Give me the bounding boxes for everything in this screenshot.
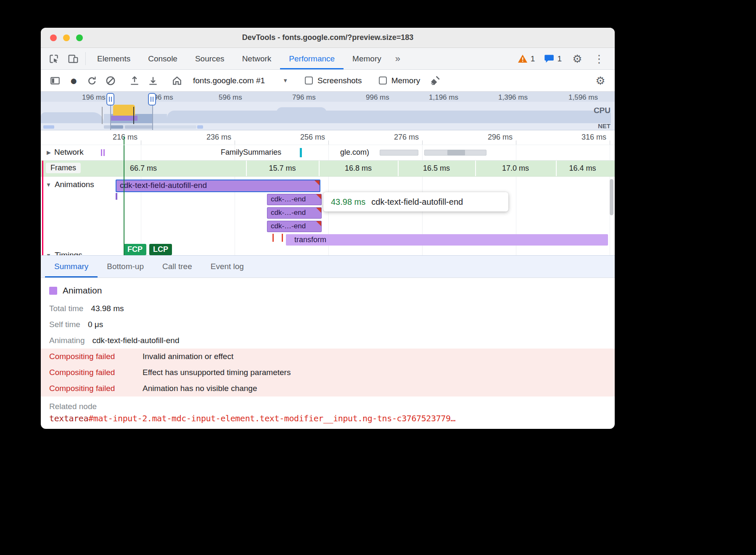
- memory-checkbox[interactable]: [379, 77, 387, 85]
- network-request-label[interactable]: FamilySummaries: [221, 148, 281, 157]
- ruler-tick-label: 256 ms: [278, 133, 325, 142]
- tab-network[interactable]: Network: [233, 48, 280, 69]
- animations-track-toggle[interactable]: ▼ Animations: [46, 180, 94, 189]
- network-request-bar[interactable]: [380, 150, 418, 156]
- performance-toolbar: ● fonts.google.com #1 ▼ Screenshots Memo…: [41, 70, 615, 92]
- tab-memory[interactable]: Memory: [344, 48, 390, 69]
- summary-row: Animating cdk-text-field-autofill-end: [49, 333, 615, 349]
- animation-event[interactable]: cdk-…-end: [267, 221, 322, 232]
- fullscreen-button[interactable]: [76, 34, 83, 41]
- event-type-title: Animation: [63, 285, 102, 296]
- animation-event-tick: [116, 193, 117, 200]
- trace-marker-line: [133, 107, 134, 124]
- frame-duration[interactable]: 16.8 ms: [319, 164, 398, 173]
- divider: [85, 52, 86, 65]
- animation-transform-event[interactable]: transform: [286, 234, 608, 246]
- animation-event-selected[interactable]: cdk-text-field-autofill-end: [116, 180, 320, 192]
- device-toolbar-icon[interactable]: [63, 48, 83, 69]
- capture-settings-gear-icon[interactable]: ⚙: [591, 72, 610, 90]
- compositing-warning-row: Compositing failed Effect has unsupporte…: [41, 365, 615, 381]
- animation-color-swatch: [49, 287, 57, 295]
- timings-track-toggle[interactable]: ▼ Timings: [46, 251, 82, 255]
- tab-elements[interactable]: Elements: [88, 48, 139, 69]
- tab-bottom-up[interactable]: Bottom-up: [98, 256, 153, 278]
- compositing-warning-row: Compositing failed Animation has no visi…: [41, 381, 615, 396]
- summary-row: Self time 0 μs: [49, 317, 615, 333]
- tab-sources[interactable]: Sources: [186, 48, 233, 69]
- network-track-label: Network: [54, 148, 84, 157]
- tab-summary[interactable]: Summary: [45, 256, 98, 278]
- issues-count: 1: [557, 54, 562, 63]
- frame-duration[interactable]: 17.0 ms: [475, 164, 556, 173]
- warning-count: 1: [531, 54, 535, 63]
- warning-text: Effect has unsupported timing parameters: [143, 368, 291, 377]
- more-tabs-chevron-icon[interactable]: »: [390, 48, 405, 69]
- network-request-label[interactable]: gle.com): [340, 148, 369, 157]
- warning-text: Animation has no visible change: [143, 384, 257, 393]
- ruler-tick-label: 316 ms: [559, 133, 606, 142]
- close-button[interactable]: [50, 34, 57, 41]
- tab-call-tree[interactable]: Call tree: [153, 256, 201, 278]
- fcp-marker-line: [124, 136, 124, 145]
- clear-recording-icon[interactable]: [101, 72, 120, 90]
- frame-duration[interactable]: 16.5 ms: [398, 164, 475, 173]
- summary-row-value: 0 μs: [88, 320, 103, 329]
- settings-gear-icon[interactable]: ⚙: [568, 53, 587, 64]
- animations-track-label: Animations: [55, 180, 94, 189]
- warning-label: Compositing failed: [49, 368, 143, 377]
- overview-time-label: 1,196 ms: [429, 93, 458, 102]
- tab-performance[interactable]: Performance: [280, 48, 344, 69]
- inspect-element-icon[interactable]: [44, 48, 63, 69]
- expand-triangle-icon: ▶: [47, 149, 51, 156]
- collect-garbage-icon[interactable]: [426, 72, 444, 90]
- animation-event[interactable]: cdk-…-end: [267, 194, 322, 205]
- timings-track-label: Timings: [55, 251, 82, 255]
- overview-time-label: 196 ms: [82, 93, 106, 102]
- net-axis-label: NET: [598, 122, 611, 130]
- lcp-badge[interactable]: LCP: [149, 244, 172, 255]
- tab-console[interactable]: Console: [139, 48, 186, 69]
- selection-right-handle[interactable]: [148, 93, 156, 106]
- toggle-sidebar-icon[interactable]: [46, 72, 64, 90]
- fcp-marker-line: [124, 145, 124, 255]
- network-track-toggle[interactable]: ▶ Network: [47, 148, 84, 157]
- profile-select[interactable]: fonts.google.com #1 ▼: [193, 76, 288, 85]
- tab-event-log[interactable]: Event log: [201, 256, 253, 278]
- event-legend: Animation: [49, 285, 615, 296]
- ruler-tick-label: 216 ms: [90, 133, 137, 142]
- overview-dim-left: [41, 102, 111, 130]
- frame-duration[interactable]: 15.7 ms: [246, 164, 319, 173]
- summary-panel: Animation Total time 43.98 ms Self time …: [41, 278, 615, 423]
- warnings-indicator[interactable]: 1: [514, 54, 539, 63]
- record-button[interactable]: ●: [64, 72, 83, 90]
- node-tag: textarea: [49, 413, 88, 423]
- summary-row-label: Self time: [49, 320, 80, 329]
- overview-time-label: 596 ms: [219, 93, 242, 102]
- vertical-scrollbar-thumb[interactable]: [610, 179, 613, 215]
- related-node-link[interactable]: textarea#mat-input-2.mat-mdc-input-eleme…: [49, 413, 615, 423]
- screenshots-checkbox[interactable]: [305, 77, 313, 85]
- cpu-axis-label: CPU: [594, 106, 611, 115]
- network-request-mark: [101, 149, 102, 156]
- frame-duration[interactable]: 16.4 ms: [556, 164, 609, 173]
- node-selector: #mat-input-2.mat-mdc-input-element.text-…: [88, 413, 455, 423]
- timeline-overview[interactable]: 196 ms 396 ms 596 ms 796 ms 996 ms 1,196…: [41, 92, 615, 130]
- memory-label: Memory: [391, 76, 420, 85]
- overview-time-label: 1,396 ms: [498, 93, 528, 102]
- warning-label: Compositing failed: [49, 352, 143, 361]
- network-request-bar[interactable]: [300, 148, 302, 157]
- save-profile-icon[interactable]: [144, 72, 162, 90]
- issues-indicator[interactable]: 1: [541, 54, 565, 63]
- dropdown-arrow-icon: ▼: [283, 77, 288, 84]
- animation-event[interactable]: cdk-…-end: [267, 207, 322, 219]
- summary-row-value: 43.98 ms: [91, 304, 124, 313]
- reload-and-record-icon[interactable]: [83, 72, 101, 90]
- load-profile-icon[interactable]: [125, 72, 144, 90]
- minimize-button[interactable]: [63, 34, 70, 41]
- network-track: ▶ Network FamilySummaries gle.com): [41, 145, 615, 161]
- overview-time-label: 1,596 ms: [568, 93, 598, 102]
- fcp-badge[interactable]: FCP: [124, 244, 146, 255]
- home-icon[interactable]: [168, 72, 186, 90]
- selection-left-handle[interactable]: [106, 93, 114, 106]
- kebab-menu-icon[interactable]: ⋮: [589, 53, 609, 64]
